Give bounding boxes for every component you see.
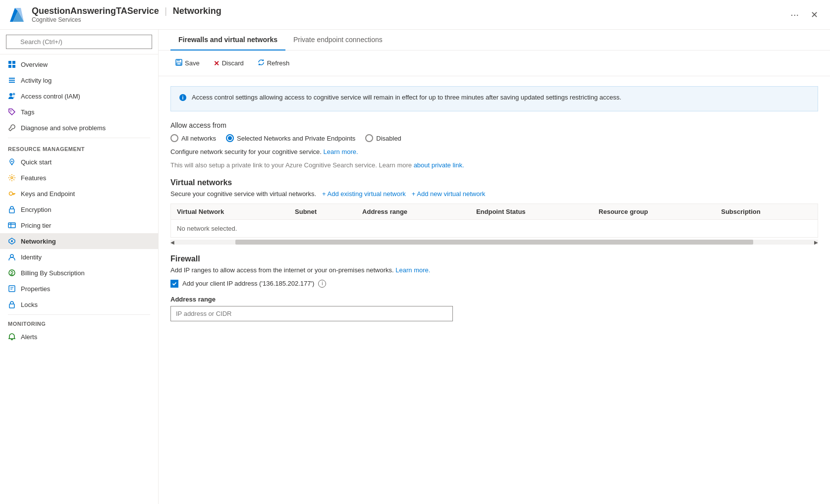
sidebar-item-identity[interactable]: Identity bbox=[0, 249, 158, 265]
radio-all-networks[interactable]: All networks bbox=[170, 134, 216, 142]
vnet-table-wrapper: Virtual Network Subnet Address range End… bbox=[170, 203, 818, 238]
col-endpoint-status: Endpoint Status bbox=[470, 204, 593, 220]
firewall-learn-more[interactable]: Learn more. bbox=[395, 266, 430, 274]
allow-access-label: Allow access from bbox=[170, 121, 818, 129]
sidebar-item-alerts[interactable]: Alerts bbox=[0, 329, 158, 345]
save-button[interactable]: Save bbox=[170, 56, 205, 70]
header: QuestionAnsweringTAService | Networking … bbox=[0, 0, 830, 30]
sidebar-item-encryption[interactable]: Encryption bbox=[0, 202, 158, 217]
sidebar-item-activity-log[interactable]: Activity log bbox=[0, 72, 158, 88]
discard-button[interactable]: ✕ Discard bbox=[209, 57, 249, 70]
sidebar-item-properties-label: Properties bbox=[21, 285, 50, 293]
checkbox-label: Add your client IP address ('136.185.202… bbox=[182, 280, 314, 287]
radio-circle-disabled bbox=[365, 134, 373, 142]
refresh-button[interactable]: Refresh bbox=[253, 56, 295, 70]
config-text: Configure network security for your cogn… bbox=[170, 148, 818, 155]
sidebar-search-area: 🔍 bbox=[0, 30, 158, 54]
main-layout: 🔍 Overview Activity log bbox=[0, 30, 830, 504]
scroll-arrow-right[interactable]: ▶ bbox=[814, 239, 818, 245]
search-input[interactable] bbox=[6, 35, 152, 49]
col-subscription: Subscription bbox=[715, 204, 818, 220]
tag-icon bbox=[8, 108, 16, 116]
sidebar-item-alerts-label: Alerts bbox=[21, 333, 37, 341]
sidebar-item-keys-endpoint[interactable]: Keys and Endpoint bbox=[0, 186, 158, 202]
vnet-table: Virtual Network Subnet Address range End… bbox=[171, 204, 818, 237]
radio-selected-networks[interactable]: Selected Networks and Private Endpoints bbox=[226, 134, 355, 142]
svg-rect-8 bbox=[9, 80, 15, 81]
close-button[interactable]: ✕ bbox=[807, 7, 822, 22]
svg-rect-29 bbox=[177, 59, 180, 61]
svg-rect-27 bbox=[9, 304, 14, 308]
title-separator: | bbox=[165, 6, 167, 16]
sidebar-item-quick-start-label: Quick start bbox=[21, 158, 52, 166]
sidebar-nav: Overview Activity log Access control (IA… bbox=[0, 54, 158, 504]
radio-disabled[interactable]: Disabled bbox=[365, 134, 401, 142]
sidebar-item-overview[interactable]: Overview bbox=[0, 56, 158, 72]
svg-rect-30 bbox=[177, 63, 181, 65]
ip-info-icon[interactable]: i bbox=[318, 280, 326, 288]
client-ip-checkbox[interactable] bbox=[170, 280, 178, 288]
svg-rect-9 bbox=[9, 82, 15, 83]
discard-label: Discard bbox=[222, 59, 244, 67]
svg-point-21 bbox=[11, 240, 13, 242]
scrollbar-thumb[interactable] bbox=[235, 240, 754, 245]
radio-circle-all bbox=[170, 134, 178, 142]
service-name: QuestionAnsweringTAService bbox=[32, 6, 159, 16]
add-new-vnet-link[interactable]: + Add new virtual network bbox=[412, 190, 486, 198]
sidebar-item-features[interactable]: Features bbox=[0, 170, 158, 186]
properties-icon bbox=[8, 285, 16, 293]
resource-management-label: RESOURCE MANAGEMENT bbox=[0, 140, 158, 154]
sidebar-item-locks[interactable]: Locks bbox=[0, 297, 158, 312]
info-icon: i bbox=[179, 93, 187, 105]
wrench-icon bbox=[8, 124, 16, 132]
scroll-arrow-left[interactable]: ◀ bbox=[170, 239, 174, 245]
header-subtitle: Cognitive Services bbox=[32, 16, 790, 23]
header-title-block: QuestionAnsweringTAService | Networking … bbox=[32, 6, 790, 23]
nav-divider-2 bbox=[8, 314, 150, 315]
sidebar-item-overview-label: Overview bbox=[21, 61, 48, 68]
svg-point-14 bbox=[11, 177, 13, 179]
sidebar-item-diagnose[interactable]: Diagnose and solve problems bbox=[0, 120, 158, 136]
client-ip-checkbox-row: Add your client IP address ('136.185.202… bbox=[170, 280, 818, 288]
content-body: i Access control settings allowing acces… bbox=[159, 76, 830, 504]
table-empty-message: No network selected. bbox=[171, 219, 818, 237]
header-actions: ··· ✕ bbox=[790, 7, 822, 22]
user-circle-icon bbox=[8, 253, 16, 261]
sidebar-item-networking[interactable]: Networking bbox=[0, 233, 158, 249]
sidebar-item-locks-label: Locks bbox=[21, 301, 38, 308]
tab-private-endpoints[interactable]: Private endpoint connections bbox=[285, 30, 390, 50]
info-box: i Access control settings allowing acces… bbox=[170, 86, 818, 111]
radio-circle-selected bbox=[226, 134, 234, 142]
sidebar-item-billing-label: Billing By Subscription bbox=[21, 269, 85, 277]
sidebar-item-properties[interactable]: Properties bbox=[0, 281, 158, 297]
radio-all-label: All networks bbox=[181, 135, 216, 142]
svg-rect-16 bbox=[9, 209, 14, 213]
sidebar-item-tags[interactable]: Tags bbox=[0, 104, 158, 120]
azure-logo bbox=[8, 6, 26, 24]
radio-selected-label: Selected Networks and Private Endpoints bbox=[237, 135, 355, 142]
horizontal-scrollbar[interactable]: ◀ ▶ bbox=[170, 240, 818, 245]
sidebar-item-billing[interactable]: Billing By Subscription bbox=[0, 265, 158, 281]
rocket-icon bbox=[8, 158, 16, 166]
network-icon bbox=[8, 237, 16, 245]
add-existing-vnet-link[interactable]: + Add existing virtual network bbox=[322, 190, 406, 198]
sidebar-item-pricing-tier-label: Pricing tier bbox=[21, 222, 51, 229]
grid-icon bbox=[8, 60, 16, 68]
sidebar-item-access-control[interactable]: Access control (IAM) bbox=[0, 88, 158, 104]
refresh-label: Refresh bbox=[267, 59, 290, 67]
ellipsis-menu[interactable]: ··· bbox=[790, 9, 799, 20]
tab-firewalls[interactable]: Firewalls and virtual networks bbox=[170, 30, 285, 50]
svg-point-15 bbox=[9, 192, 13, 196]
learn-more-link-1[interactable]: Learn more. bbox=[324, 148, 358, 155]
sidebar-item-quick-start[interactable]: Quick start bbox=[0, 154, 158, 170]
header-title: QuestionAnsweringTAService | Networking bbox=[32, 6, 790, 16]
lock2-icon bbox=[8, 301, 16, 308]
address-range-label: Address range bbox=[170, 296, 818, 303]
about-private-link[interactable]: about private link. bbox=[414, 161, 464, 169]
sidebar-item-pricing-tier[interactable]: Pricing tier bbox=[0, 217, 158, 233]
svg-point-22 bbox=[10, 254, 13, 257]
address-range-input[interactable] bbox=[170, 306, 453, 321]
page-title: Networking bbox=[173, 6, 221, 16]
virtual-networks-title: Virtual networks bbox=[170, 178, 818, 187]
svg-rect-5 bbox=[8, 65, 11, 68]
